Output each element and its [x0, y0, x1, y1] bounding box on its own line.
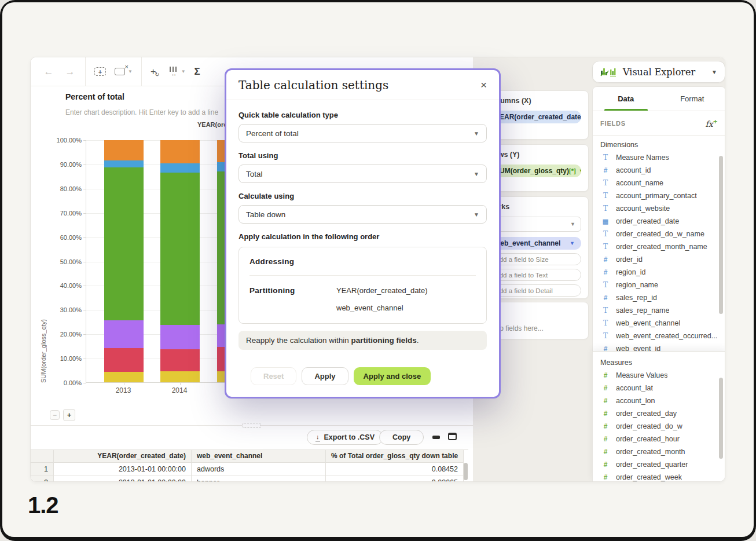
modal-select-calculate-using[interactable]: Table down▼: [238, 205, 487, 224]
field-item[interactable]: Taccount_website: [593, 202, 725, 215]
apply-button[interactable]: Apply: [302, 367, 348, 385]
y-tick-label: 90.00%: [41, 161, 82, 168]
field-item[interactable]: Torder_created_do_w_name: [593, 228, 725, 240]
segment-yellow[interactable]: [104, 372, 144, 382]
zoom-out-button[interactable]: −: [50, 410, 60, 420]
selected-value: Percent of total: [246, 129, 299, 138]
field-item[interactable]: Tsales_rep_name: [593, 304, 725, 317]
chevron-down-icon: ▼: [474, 130, 479, 137]
swap-axes-icon[interactable]: [151, 63, 161, 81]
partitioning-value: YEAR(order_created_date): [336, 286, 428, 295]
mark-placeholders: Add a field to SizeAdd a field to TextAd…: [489, 253, 581, 297]
y-tick-label: 30.00%: [41, 306, 82, 313]
chart-title[interactable]: Percent of total: [65, 92, 124, 101]
field-item[interactable]: #order_created_hour: [593, 433, 725, 445]
segment-purple[interactable]: [104, 320, 144, 348]
row-number-cell: 2: [31, 476, 54, 482]
field-label: order_id: [616, 255, 643, 264]
field-item[interactable]: #order_created_month: [593, 445, 725, 458]
rows-shelf-label: Rows (Y): [489, 151, 581, 159]
field-item[interactable]: Taccount_name: [593, 177, 725, 189]
modal-field-group: Total usingTotal▼: [238, 151, 487, 183]
field-item[interactable]: Taccount_primary_contact: [593, 189, 725, 202]
field-item[interactable]: Tweb_event_created_occurred...: [593, 330, 725, 342]
copy-button[interactable]: Copy: [379, 430, 424, 445]
field-item[interactable]: #sales_rep_id: [593, 291, 725, 304]
export-csv-button[interactable]: ↓ Export to .CSV: [307, 430, 383, 445]
close-icon[interactable]: ×: [480, 79, 487, 92]
mark-placeholder-input[interactable]: Add a field to Text: [489, 269, 581, 281]
field-item[interactable]: Tweb_event_channel: [593, 317, 725, 330]
field-item[interactable]: #order_created_do_w: [593, 420, 725, 433]
field-item[interactable]: TMeasure Names: [593, 151, 725, 164]
color-pill[interactable]: web_event_channel ▼: [489, 237, 581, 250]
field-item[interactable]: #account_id: [593, 164, 725, 177]
segment-orange[interactable]: [160, 140, 200, 163]
segment-yellow[interactable]: [160, 371, 200, 382]
maximize-table-icon[interactable]: [448, 433, 457, 440]
segment-purple[interactable]: [160, 325, 200, 349]
segment-blue[interactable]: [104, 160, 144, 168]
bar-width-icon[interactable]: ↔▼: [170, 63, 186, 81]
field-label: sales_rep_name: [616, 306, 669, 315]
field-item[interactable]: #order_created_day: [593, 407, 725, 420]
rows-pill[interactable]: SUM(order_gloss_qty) [*] ▼: [489, 165, 581, 177]
apply-and-close-button[interactable]: Apply and close: [354, 367, 431, 385]
table-scrollbar[interactable]: [464, 463, 468, 480]
segment-orange[interactable]: [104, 140, 144, 160]
field-item[interactable]: #region_id: [593, 266, 725, 279]
segment-green[interactable]: [104, 167, 144, 320]
field-item[interactable]: #Measure Values: [593, 369, 725, 382]
segment-red[interactable]: [160, 349, 200, 371]
field-item[interactable]: #order_created_quarter: [593, 458, 725, 471]
splitter-drag-handle[interactable]: [243, 423, 261, 428]
zoom-in-button[interactable]: +: [63, 409, 75, 421]
y-tick-label: 0.00%: [41, 379, 82, 386]
segment-blue[interactable]: [160, 163, 200, 173]
mark-placeholder-input[interactable]: Add a field to Detail: [489, 284, 581, 297]
back-arrow-icon[interactable]: ←: [42, 63, 55, 81]
text-type-icon: T: [601, 243, 610, 251]
field-item[interactable]: ▦order_created_date: [593, 215, 725, 228]
clear-viz-icon[interactable]: ▼: [115, 63, 133, 81]
number-type-icon: #: [601, 268, 610, 276]
y-tick-mark: [83, 237, 86, 238]
text-type-icon: T: [601, 281, 610, 289]
selected-value: Table down: [246, 210, 285, 219]
forward-arrow-icon[interactable]: →: [64, 63, 76, 81]
segment-red[interactable]: [104, 348, 144, 372]
modal-select-total-using[interactable]: Total▼: [238, 165, 487, 183]
field-item[interactable]: #order_id: [593, 253, 725, 266]
reapply-note: Reapply the calculation within partition…: [238, 331, 487, 350]
dimensions-scrollbar[interactable]: [719, 156, 723, 314]
minimize-table-icon[interactable]: [432, 436, 440, 439]
mark-type-select[interactable]: ▼: [489, 217, 581, 232]
measures-scrollbar[interactable]: [719, 378, 723, 459]
tab-format[interactable]: Format: [659, 87, 726, 111]
duplicate-viz-glyph: [94, 67, 106, 76]
add-formula-icon[interactable]: fx+: [706, 118, 718, 129]
x-tick-label: 2013: [104, 386, 143, 394]
visual-explorer-switcher[interactable]: Visual Explorer ▼: [592, 61, 725, 83]
field-item[interactable]: Torder_created_month_name: [593, 240, 725, 253]
tab-data[interactable]: Data: [593, 87, 659, 111]
field-item[interactable]: #account_lat: [593, 382, 725, 394]
chart-description-placeholder[interactable]: Enter chart description. Hit Enter key t…: [65, 108, 218, 116]
field-item[interactable]: #order_created_week: [593, 471, 725, 482]
modal-select-quick-table-calculation-type[interactable]: Percent of total▼: [238, 124, 487, 142]
visual-explorer-logo-icon: [600, 66, 618, 78]
field-item[interactable]: Tregion_name: [593, 279, 725, 291]
clear-viz-glyph: [115, 68, 125, 75]
field-label: web_event_created_occurred...: [616, 332, 717, 340]
field-label: order_created_date: [616, 217, 679, 225]
columns-pill[interactable]: YEAR(order_created_date) ▼: [489, 111, 581, 123]
field-label: order_created_hour: [616, 435, 680, 443]
reset-button[interactable]: Reset: [251, 367, 296, 385]
duplicate-viz-icon[interactable]: [94, 63, 106, 81]
sigma-icon[interactable]: Σ: [194, 63, 200, 81]
marks-shelf-label: Marks: [489, 203, 581, 211]
segment-green[interactable]: [160, 173, 200, 324]
partitioning-value: web_event_channel: [336, 304, 428, 312]
mark-placeholder-input[interactable]: Add a field to Size: [489, 253, 581, 265]
field-item[interactable]: #account_lon: [593, 394, 725, 407]
